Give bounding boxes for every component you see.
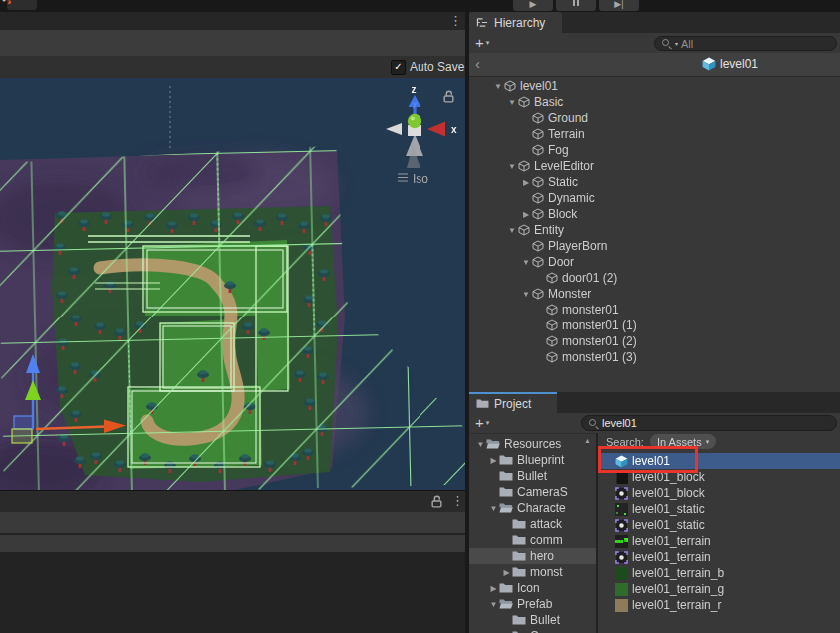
disclosure-icon[interactable]: ▼ [488, 504, 499, 513]
project-folder-attack[interactable]: attack [469, 516, 596, 532]
project-add-button[interactable]: + ▾ [475, 414, 489, 431]
folder-icon [512, 534, 526, 546]
project-folder-monst[interactable]: ▶monst [469, 564, 596, 580]
hierarchy-item-ground[interactable]: Ground [469, 110, 840, 126]
result-item-level01-terrain-g[interactable]: level01_terrain_g [598, 581, 840, 597]
hierarchy-item-monster01-1[interactable]: monster01 (1) [469, 317, 840, 333]
disclosure-icon[interactable]: ▼ [475, 440, 486, 449]
project-content: ▼Resources▶BlueprintBulletCameraS▼Charac… [469, 433, 840, 633]
project-folder-bullet[interactable]: Bullet [469, 468, 596, 484]
project-folder-blueprint[interactable]: ▶Blueprint [469, 452, 596, 468]
disclosure-icon[interactable]: ▼ [520, 258, 532, 267]
breadcrumb-current[interactable]: level01 [702, 57, 758, 71]
hierarchy-item-monster01[interactable]: monster01 [469, 302, 840, 317]
auto-save-checkbox[interactable]: ✓ [391, 60, 406, 75]
results-filter-button[interactable]: In Assets ▾ [650, 434, 716, 449]
hierarchy-item-basic[interactable]: ▼Basic [469, 94, 840, 110]
hierarchy-item-dynamic[interactable]: Dynamic [469, 190, 840, 206]
result-item-level01[interactable]: level01 [598, 453, 840, 469]
disclosure-icon[interactable]: ▶ [520, 210, 532, 219]
result-item-level01-block[interactable]: level01_block [598, 469, 840, 485]
project-folder-comm[interactable]: Comm [469, 628, 596, 633]
hierarchy-item-block[interactable]: ▶Block [469, 206, 840, 222]
result-item-level01-static[interactable]: level01_static [598, 501, 840, 517]
hierarchy-item-door01-2[interactable]: door01 (2) [469, 270, 840, 286]
gameobject-cube-icon [504, 80, 516, 92]
hierarchy-item-door[interactable]: ▼Door [469, 254, 840, 270]
disclosure-icon[interactable]: ▼ [520, 290, 532, 299]
step-button[interactable]: ▶| [599, 0, 639, 11]
breadcrumb-back-button[interactable]: ‹ [475, 55, 480, 72]
hierarchy-item-playerborn[interactable]: PlayerBorn [469, 238, 840, 254]
auto-save-bar: ✓ Auto Save [0, 56, 465, 79]
bottom-panel-menu-icon[interactable]: ⋮ [451, 494, 464, 507]
hierarchy-item-entity[interactable]: ▼Entity [469, 222, 840, 238]
hierarchy-item-static[interactable]: ▶Static [469, 174, 840, 190]
bottom-panel-row[interactable] [0, 512, 465, 533]
scene-menu-icon[interactable]: ⋮ [449, 14, 462, 27]
result-item-level01-terrain[interactable]: level01_terrain [598, 533, 840, 549]
breadcrumb-label: level01 [720, 57, 758, 71]
disclosure-icon[interactable]: ▶ [488, 456, 499, 465]
project-folder-characte[interactable]: ▼Characte [469, 500, 596, 516]
disclosure-icon[interactable]: ▼ [506, 162, 518, 171]
play-button[interactable]: ▶ [513, 0, 553, 11]
hierarchy-search-field[interactable]: ▾ [654, 36, 837, 51]
project-search-field[interactable] [581, 415, 837, 431]
hierarchy-item-leveleditor[interactable]: ▼LevelEditor [469, 158, 840, 174]
hierarchy-item-monster01-2[interactable]: monster01 (2) [469, 333, 840, 349]
hierarchy-search-input[interactable] [681, 38, 830, 50]
hierarchy-item-terrain[interactable]: Terrain [469, 126, 840, 142]
project-folder-prefab[interactable]: ▼Prefab [469, 596, 596, 612]
disclosure-icon[interactable]: ▶ [520, 178, 532, 187]
folder-open-icon [486, 438, 500, 450]
hot-reload-button[interactable] [7, 0, 37, 10]
result-label: level01_terrain [632, 534, 711, 548]
lock-icon[interactable] [430, 495, 443, 508]
tab-hierarchy[interactable]: Hierarchy [469, 12, 562, 33]
project-search-input[interactable] [602, 417, 830, 429]
disclosure-icon[interactable]: ▶ [488, 584, 499, 593]
hierarchy-item-level01[interactable]: ▼level01 [469, 78, 840, 94]
bottom-panel: ⋮ [0, 490, 465, 633]
scene-viewport[interactable]: y z x Iso [0, 78, 465, 490]
hierarchy-tab-bar: Hierarchy [469, 12, 840, 33]
hierarchy-add-button[interactable]: + ▾ [475, 34, 489, 51]
result-item-level01-terrain[interactable]: level01_terrain [598, 549, 840, 565]
folder-icon [512, 518, 526, 530]
project-folder-hero[interactable]: hero [469, 548, 596, 564]
result-item-level01-static[interactable]: level01_static [598, 517, 840, 533]
project-folder-comm[interactable]: comm [469, 532, 596, 548]
hierarchy-item-monster01-3[interactable]: monster01 (3) [469, 349, 840, 365]
item-label: Terrain [548, 127, 585, 141]
pause-button[interactable] [556, 0, 596, 11]
hierarchy-item-fog[interactable]: Fog [469, 142, 840, 158]
disclosure-icon[interactable]: ▼ [492, 82, 504, 91]
result-item-level01-block[interactable]: level01_block [598, 485, 840, 501]
disclosure-icon[interactable]: ▼ [506, 226, 518, 235]
axis-x-label: x [451, 124, 457, 135]
item-label: Ground [548, 111, 588, 125]
hierarchy-item-monster[interactable]: ▼Monster [469, 286, 840, 302]
chevron-down-icon: ▾ [675, 40, 678, 47]
results-list: level01level01_blocklevel01_blocklevel01… [598, 453, 840, 613]
result-label: level01_block [632, 486, 705, 500]
result-item-level01-terrain-r[interactable]: level01_terrain_r [598, 597, 840, 613]
project-folder-bullet[interactable]: Bullet [469, 612, 596, 628]
auto-save-label: Auto Save [410, 60, 464, 74]
folder-label: Resources [504, 437, 561, 451]
result-item-level01-terrain-b[interactable]: level01_terrain_b [598, 565, 840, 581]
disclosure-icon[interactable]: ▼ [488, 600, 499, 609]
project-folder-cameras[interactable]: CameraS [469, 484, 596, 500]
disclosure-icon[interactable]: ▶ [501, 568, 512, 577]
disclosure-icon[interactable]: ▼ [506, 98, 518, 107]
project-folder-resources[interactable]: ▼Resources [469, 436, 596, 452]
scroll-up-icon[interactable]: ▲ [584, 437, 591, 444]
project-folder-icon[interactable]: ▶Icon [469, 580, 596, 596]
gameobject-cube-icon [518, 96, 530, 108]
swatch-tan-icon [615, 599, 628, 612]
project-tab-label: Project [494, 397, 531, 411]
bottom-panel-row[interactable] [0, 535, 465, 552]
chevron-down-icon: ▾ [706, 438, 710, 446]
tab-project[interactable]: Project [469, 392, 557, 413]
